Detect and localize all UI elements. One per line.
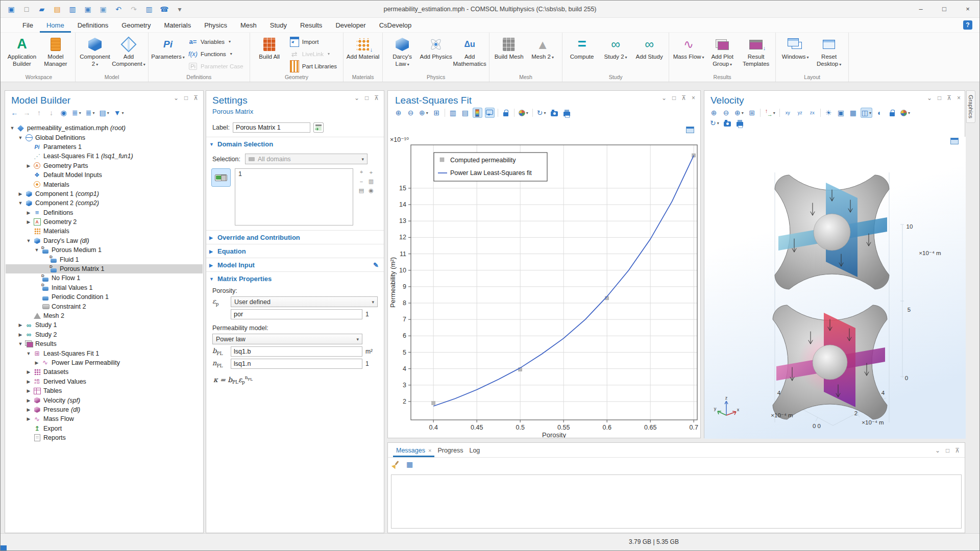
equation-section[interactable]: ▶ Equation: [206, 244, 384, 258]
maximize-button[interactable]: □: [933, 1, 956, 18]
tooltip-icon[interactable]: [485, 108, 494, 117]
menu-mesh[interactable]: Mesh: [234, 18, 263, 33]
tree-item-periodic-condition-1[interactable]: Periodic Condition 1: [6, 292, 203, 302]
menu-physics[interactable]: Physics: [198, 18, 234, 33]
help-icon[interactable]: ?: [963, 20, 972, 30]
color-theme-icon[interactable]: ▾: [518, 108, 529, 117]
split-view-icon[interactable]: ◫▾: [861, 108, 872, 117]
collapse-all-icon[interactable]: ≣▾: [71, 108, 82, 117]
graphics-quick-icon[interactable]: [950, 138, 959, 144]
image-snapshot-icon[interactable]: [723, 118, 732, 128]
tree-item-mesh-2[interactable]: Mesh 2: [6, 311, 203, 320]
collapse-arrow-icon[interactable]: ▶: [25, 407, 32, 412]
model-manager-icon[interactable]: ▤: [53, 5, 62, 14]
application-builder-button[interactable]: AApplication Builder: [5, 34, 39, 73]
panel-menu-chevron-icon[interactable]: ⌄: [174, 94, 179, 102]
panel-menu-chevron-icon[interactable]: ⌄: [927, 94, 932, 102]
collapse-arrow-icon[interactable]: ▶: [25, 416, 32, 421]
parameters-button[interactable]: PiParameters▾: [151, 34, 185, 73]
tree-item-study-2[interactable]: ▶Study 2: [6, 330, 203, 339]
save-icon[interactable]: ▣: [83, 5, 92, 14]
panel-float-icon[interactable]: □: [365, 94, 369, 102]
panel-close-icon[interactable]: ×: [957, 94, 961, 102]
panel-menu-chevron-icon[interactable]: ⌄: [354, 94, 359, 102]
redo-icon[interactable]: ↷: [129, 5, 138, 14]
zoom-extents-icon[interactable]: ⊞: [432, 108, 441, 117]
expand-arrow-icon[interactable]: ▼: [17, 201, 24, 206]
lock-view-icon[interactable]: [888, 108, 896, 117]
zoom-in-icon[interactable]: ⊕: [394, 108, 403, 117]
move-down-icon[interactable]: ↓: [47, 108, 56, 117]
add-physics-button[interactable]: Add Physics: [419, 34, 453, 73]
collapse-arrow-icon[interactable]: ▶: [17, 332, 24, 337]
minimize-button[interactable]: –: [909, 1, 933, 18]
tab-messages[interactable]: Messages×: [393, 444, 434, 457]
image-snapshot-icon[interactable]: [550, 108, 559, 117]
close-button[interactable]: ×: [956, 1, 979, 18]
chart-canvas[interactable]: 234567891011121314150.40.450.50.550.60.6…: [388, 126, 701, 438]
zoom-out-icon[interactable]: ⊖: [406, 108, 415, 117]
collapse-arrow-icon[interactable]: ▶: [25, 219, 32, 224]
panel-float-icon[interactable]: □: [938, 94, 941, 102]
copy-selection-icon[interactable]: ▥: [367, 178, 375, 185]
update-plot-icon[interactable]: ↻▾: [536, 108, 547, 117]
tree-item-results[interactable]: ▼Results: [6, 339, 203, 348]
reset-desktop-button[interactable]: Reset Desktop▾: [812, 34, 846, 73]
study-2-button[interactable]: ∞Study 2▾: [599, 34, 632, 73]
menu-results[interactable]: Results: [293, 18, 329, 33]
tree-item-least-squares-fit-1[interactable]: ▼Least-Squares Fit 1: [6, 348, 203, 358]
zoom-out-icon[interactable]: ⊖: [722, 108, 730, 117]
quick-access-chevron-icon[interactable]: ▾: [175, 5, 184, 14]
tree-item-initial-values-1[interactable]: Initial Values 1: [6, 283, 203, 292]
collapse-arrow-icon[interactable]: ▶: [33, 360, 40, 365]
tree-item-default-model-inputs[interactable]: Default Model Inputs: [6, 170, 203, 180]
velocity-3d-scene[interactable]: [704, 137, 966, 439]
zoom-to-selection-icon[interactable]: ◉: [367, 187, 375, 194]
panel-pin-icon[interactable]: ⊼: [955, 447, 960, 454]
menu-materials[interactable]: Materials: [157, 18, 198, 33]
panel-pin-icon[interactable]: ⊼: [193, 94, 198, 102]
component-2-button[interactable]: Component 2▾: [78, 34, 112, 73]
panel-close-icon[interactable]: ×: [692, 94, 695, 102]
table-window-icon[interactable]: ▥: [68, 5, 77, 14]
close-tab-icon[interactable]: ×: [428, 447, 431, 454]
copy-file-icon[interactable]: ▥: [144, 5, 154, 14]
menu-study[interactable]: Study: [263, 18, 293, 33]
model-manager-button[interactable]: Model Manager: [39, 34, 72, 73]
add-mathematics-button[interactable]: ΔuAdd Mathematics: [453, 34, 486, 73]
tree-item-materials[interactable]: Materials: [6, 180, 203, 189]
tree-item-constraint-2[interactable]: Constraint 2: [6, 302, 203, 311]
tree-item-tables[interactable]: ▶Tables: [6, 386, 203, 395]
add-material-button[interactable]: Add Material: [346, 34, 380, 73]
domain-selection-section[interactable]: ▼ Domain Selection: [206, 137, 384, 151]
tree-item-component-2[interactable]: ▼Component 2(comp2): [6, 198, 203, 208]
tree-item-least-squares-fit-1[interactable]: Least-Squares Fit 1(lsq1_fun1): [6, 152, 203, 161]
collapse-arrow-icon[interactable]: ▶: [25, 379, 32, 384]
permeability-model-dropdown[interactable]: Power law: [212, 334, 362, 344]
tab-log[interactable]: Log: [466, 444, 483, 457]
add-component-button[interactable]: Add Component▾: [112, 34, 145, 73]
add-plot-group-button[interactable]: Add Plot Group▾: [705, 34, 739, 73]
selection-dropdown[interactable]: All domains: [245, 154, 368, 164]
print-icon[interactable]: [562, 108, 571, 117]
mass-flow-button[interactable]: ∿Mass Flow▾: [672, 34, 705, 73]
expand-arrow-icon[interactable]: ▼: [25, 351, 32, 356]
paste-selection-icon[interactable]: ▤: [357, 187, 365, 194]
tree-item-datasets[interactable]: ▶Datasets: [6, 367, 203, 377]
remove-from-selection-icon[interactable]: −: [357, 178, 365, 185]
tree-item-reports[interactable]: Reports: [6, 433, 203, 442]
save-as-icon[interactable]: ▣: [99, 5, 108, 14]
tree-item-global-definitions[interactable]: ▼Global Definitions: [6, 133, 203, 142]
tree-item-no-flow-1[interactable]: No Flow 1: [6, 273, 203, 283]
move-up-icon[interactable]: ↑: [35, 108, 43, 117]
build-mesh-button[interactable]: Build Mesh: [492, 34, 526, 73]
tree-item-definitions[interactable]: ▶Definitions: [6, 208, 203, 217]
menu-geometry[interactable]: Geometry: [115, 18, 157, 33]
porosity-input[interactable]: [231, 309, 362, 319]
tab-graphics[interactable]: Graphics: [966, 90, 975, 123]
tree-item-geometry-2[interactable]: ▶Geometry 2: [6, 217, 203, 227]
collapse-arrow-icon[interactable]: ▶: [25, 369, 32, 374]
expand-arrow-icon[interactable]: ▼: [25, 238, 32, 243]
scene-light-icon[interactable]: ☀: [824, 108, 833, 117]
tree-item-porous-matrix-1[interactable]: Porous Matrix 1: [6, 264, 203, 273]
